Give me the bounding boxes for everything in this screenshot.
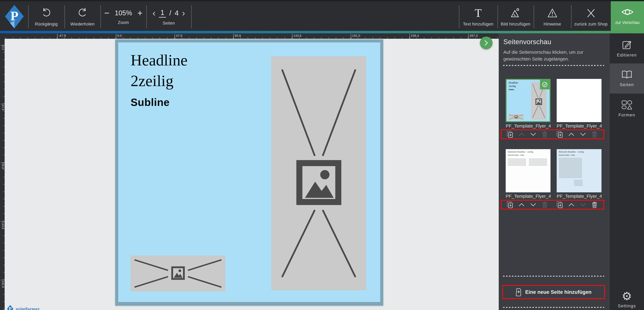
page-thumbnail-4[interactable]: Rückseite Headline – 1zeilig Rückseite S… — [557, 149, 602, 192]
image-placeholder-tall[interactable] — [271, 56, 366, 290]
page2-actions — [554, 131, 600, 138]
eye-icon — [621, 7, 634, 17]
undo-button[interactable]: Rückgängig — [28, 2, 64, 31]
move-page-up-icon[interactable] — [518, 131, 525, 138]
redo-icon — [77, 7, 88, 19]
design-canvas[interactable]: Headline 2zeilig Subline — [5, 39, 499, 310]
sidebar-label-formen: Formen — [618, 113, 635, 117]
h-ruler-label: 143.6 — [292, 34, 302, 39]
top-toolbar: P Rückgängig — [0, 0, 644, 31]
headline-text-frame[interactable]: Headline 2zeilig Subline — [130, 50, 188, 108]
page-thumbnail-3[interactable]: Innenseite Headline – 1zeilig Innenseite… — [506, 149, 550, 192]
add-new-page-label: Eine neue Seite hinzufügen — [525, 289, 592, 295]
add-image-button[interactable]: Bild hinzufügen — [498, 2, 534, 31]
add-text-button[interactable]: T Text hinzufügen — [459, 2, 498, 31]
accent-gradient-bar — [0, 31, 644, 33]
delete-page-icon[interactable] — [541, 131, 548, 138]
mini-headline1: Headline — [508, 81, 518, 84]
image-placeholder-small[interactable] — [130, 256, 225, 292]
duplicate-page-icon[interactable] — [556, 131, 563, 138]
redo-label: Wiederholen — [70, 22, 94, 26]
hints-button[interactable]: Hinweise — [534, 2, 571, 31]
page4-miniature: Rückseite Headline – 1zeilig Rückseite S… — [557, 149, 602, 192]
chevron-right-icon — [484, 40, 489, 46]
sidebar-item-formen[interactable]: Formen — [610, 94, 644, 124]
duplicate-page-icon[interactable] — [506, 131, 514, 138]
horizontal-ruler-ticks — [0, 37, 499, 39]
mini-placeholder-small — [508, 114, 524, 120]
add-page-icon — [516, 288, 522, 296]
sidebar-label-editieren: Editieren — [617, 53, 637, 58]
preview-button[interactable]: zur Vorschau — [611, 1, 644, 31]
move-page-down-icon[interactable] — [530, 131, 537, 138]
headline-line2: 2zeilig — [130, 70, 188, 91]
edit-pencil-icon — [622, 39, 632, 50]
mini-headline2: 2zeilig — [508, 84, 518, 88]
page-thumbnail-2[interactable] — [557, 79, 602, 122]
duplicate-page-icon[interactable] — [556, 201, 563, 208]
horizontal-ruler: -47.90.047.995.8143.6191.5239.4287.3 — [0, 33, 499, 39]
collapse-panel-button[interactable] — [480, 36, 492, 49]
dotted-divider — [503, 276, 604, 277]
move-page-up-icon[interactable] — [568, 201, 575, 208]
close-x-icon — [586, 7, 596, 19]
text-lines — [559, 158, 582, 178]
move-page-down-icon[interactable] — [580, 201, 586, 208]
delete-page-icon[interactable] — [591, 131, 598, 138]
add-image-icon — [510, 7, 521, 19]
move-page-up-icon[interactable] — [518, 201, 525, 208]
zoom-label: Zoom — [118, 20, 129, 25]
page-actions-highlight-row1 — [501, 129, 604, 139]
page-actions-highlight-row2 — [501, 200, 604, 210]
brand-name: printformer — [16, 306, 40, 310]
move-page-down-icon[interactable] — [580, 131, 586, 138]
svg-text:P: P — [10, 9, 18, 23]
printformer-logo-icon: P — [4, 4, 24, 29]
total-pages: 4 — [175, 9, 179, 17]
hints-label: Hinweise — [544, 22, 561, 26]
image-icon — [172, 267, 184, 279]
h-ruler-label: -47.9 — [57, 34, 66, 39]
text-lines — [508, 159, 526, 166]
back-to-shop-label: zurück zum Shop — [574, 22, 608, 26]
delete-page-icon[interactable] — [541, 201, 548, 208]
printformer-editor: P Rückgängig — [0, 0, 644, 310]
mode-sidebar: Editieren Seiten Formen ⚙ Settings — [610, 33, 644, 310]
panel-title: Seitenvorschau — [503, 38, 551, 46]
page3-headline: Innenseite Headline – 1zeilig — [508, 151, 533, 153]
selected-page-badge — [540, 80, 550, 89]
redo-button[interactable]: Wiederholen — [64, 2, 100, 31]
zoom-in-button[interactable]: + — [138, 8, 143, 17]
headline-line1: Headline — [130, 50, 188, 70]
duplicate-page-icon[interactable] — [506, 201, 514, 208]
previous-page-button[interactable]: ‹ — [152, 8, 156, 18]
v-ruler-label: 0.0 — [1, 45, 4, 50]
flyer-page[interactable]: Headline 2zeilig Subline — [115, 39, 383, 306]
mini-subline: Subline — [508, 89, 514, 90]
current-page-input[interactable]: 1 — [159, 8, 166, 17]
zoom-control: − 105% + Zoom — [100, 2, 146, 31]
v-ruler-label: 143.6 — [1, 221, 4, 229]
page-thumbnail-1[interactable]: Headline 2zeilig Subline — [506, 79, 550, 122]
sender-block-lines — [574, 180, 583, 186]
toolbar-separator — [191, 5, 192, 28]
pages-label: Seiten — [162, 21, 175, 26]
move-page-up-icon[interactable] — [568, 131, 575, 138]
move-page-down-icon[interactable] — [530, 201, 537, 208]
page4-actions — [554, 201, 600, 208]
next-page-button[interactable]: › — [182, 8, 185, 18]
workspace: -47.90.047.995.8143.6191.5239.4287.3 0.0… — [0, 33, 499, 310]
h-ruler-label: 47.9 — [175, 34, 182, 39]
printformer-logo-icon: P — [7, 305, 14, 310]
page3-subline: Innenseite Subline – 1zeilig — [508, 154, 524, 156]
sidebar-item-editieren[interactable]: Editieren — [610, 33, 644, 63]
back-to-shop-button[interactable]: zurück zum Shop — [571, 2, 611, 31]
settings-button[interactable]: ⚙ Settings — [610, 291, 644, 309]
delete-page-icon[interactable] — [591, 201, 598, 208]
zoom-value[interactable]: 105% — [115, 9, 132, 17]
h-ruler-label: 287.3 — [468, 34, 478, 39]
add-new-page-button[interactable]: Eine neue Seite hinzufügen — [502, 285, 605, 299]
sidebar-item-seiten[interactable]: Seiten — [610, 63, 644, 94]
dotted-divider — [503, 307, 604, 308]
zoom-out-button[interactable]: − — [104, 8, 110, 17]
